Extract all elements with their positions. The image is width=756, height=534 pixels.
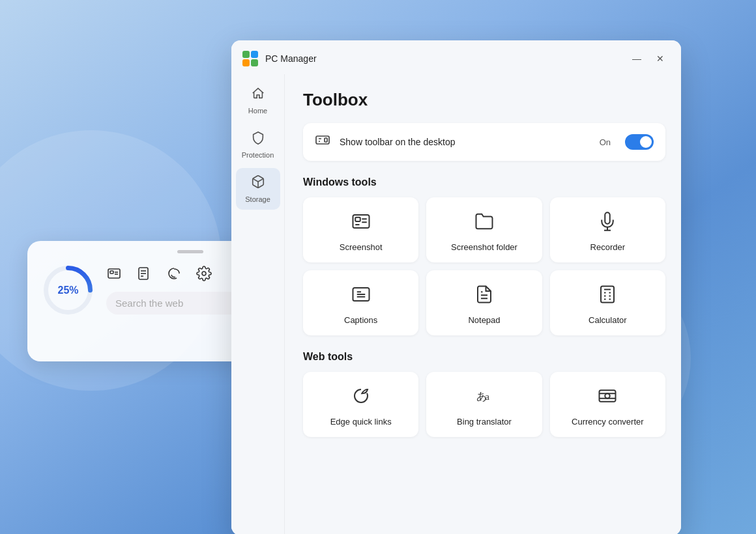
sidebar-storage-label: Storage <box>245 195 270 203</box>
web-tools-title: Web tools <box>303 351 665 363</box>
svg-rect-15 <box>242 59 250 66</box>
svg-rect-14 <box>251 51 258 58</box>
title-bar: PC Manager — ✕ <box>231 40 681 74</box>
calculator-label: Calculator <box>589 315 627 325</box>
storage-icon <box>251 175 265 192</box>
svg-rect-31 <box>601 287 614 303</box>
percent-label: 25% <box>57 285 78 296</box>
svg-rect-16 <box>251 59 258 66</box>
close-button[interactable]: ✕ <box>651 49 669 68</box>
toggle-on-label: On <box>600 137 611 147</box>
svg-rect-21 <box>355 218 360 221</box>
toolbar-toggle-switch[interactable] <box>625 134 654 150</box>
tool-recorder[interactable]: Recorder <box>550 197 665 262</box>
tool-edge-quick-links[interactable]: Edge quick links <box>303 372 418 437</box>
toggle-knob <box>640 136 652 148</box>
screenshot-folder-label: Screenshot folder <box>451 242 517 252</box>
window-controls: — ✕ <box>628 49 669 68</box>
currency-converter-label: Currency converter <box>572 417 644 427</box>
screenshot-folder-icon <box>474 212 494 236</box>
sidebar-home-label: Home <box>248 107 267 115</box>
bing-translator-label: Bing translator <box>457 417 512 427</box>
minimize-button[interactable]: — <box>628 49 646 68</box>
page-title: Toolbox <box>303 90 665 110</box>
edge-icon <box>351 386 371 410</box>
sidebar-protection-label: Protection <box>242 151 274 159</box>
memory-usage-circle: 25% <box>40 262 96 318</box>
svg-text:a: a <box>485 391 489 402</box>
windows-tools-title: Windows tools <box>303 176 665 188</box>
svg-rect-3 <box>110 271 113 274</box>
protection-icon <box>251 130 265 148</box>
notes-quick-icon[interactable] <box>136 266 152 285</box>
main-content: Toolbox Show toolbar on the desktop On W <box>285 74 681 534</box>
notepad-label: Notepad <box>468 315 500 325</box>
screenshot-label: Screenshot <box>340 242 383 252</box>
toolbar-toggle-label: Show toolbar on the desktop <box>340 137 590 147</box>
sidebar-item-storage[interactable]: Storage <box>236 168 280 210</box>
svg-rect-41 <box>600 390 616 402</box>
tool-bing-translator[interactable]: あ a Bing translator <box>426 372 542 437</box>
toolbar-toggle-icon <box>315 132 330 152</box>
screenshot-icon <box>351 212 371 236</box>
tool-screenshot-folder[interactable]: Screenshot folder <box>426 197 542 262</box>
captions-label: Captions <box>344 315 377 325</box>
tool-screenshot[interactable]: Screenshot <box>303 197 418 262</box>
tool-currency-converter[interactable]: Currency converter <box>550 372 665 437</box>
toolbar-toggle-row: Show toolbar on the desktop On <box>303 123 665 161</box>
translator-icon: あ a <box>474 386 494 410</box>
calculator-icon <box>598 285 617 309</box>
tool-captions[interactable]: Captions <box>303 270 418 335</box>
home-icon <box>251 86 265 104</box>
recorder-label: Recorder <box>590 242 625 252</box>
pc-manager-window: PC Manager — ✕ Home <box>231 40 681 534</box>
svg-point-42 <box>605 393 611 399</box>
app-logo <box>242 50 259 67</box>
svg-point-10 <box>202 272 206 275</box>
notepad-icon <box>474 285 494 309</box>
settings-quick-icon[interactable] <box>196 266 212 285</box>
tool-notepad[interactable]: Notepad <box>426 270 542 335</box>
sidebar: Home Protection Storage <box>231 74 285 534</box>
window-body: Home Protection Storage <box>231 74 681 534</box>
web-tools-grid: Edge quick links あ a Bing translator <box>303 372 665 437</box>
currency-icon <box>598 386 617 410</box>
svg-rect-19 <box>325 138 327 142</box>
svg-rect-13 <box>242 51 250 58</box>
windows-tools-grid: Screenshot Screenshot folder <box>303 197 665 335</box>
sidebar-item-home[interactable]: Home <box>236 79 280 121</box>
screenshot-quick-icon[interactable] <box>106 266 122 285</box>
recorder-icon <box>598 212 617 236</box>
window-title: PC Manager <box>265 53 628 64</box>
drag-handle[interactable] <box>177 250 203 253</box>
sidebar-item-protection[interactable]: Protection <box>236 124 280 165</box>
edge-quick-links-label: Edge quick links <box>330 417 392 427</box>
tool-calculator[interactable]: Calculator <box>550 270 665 335</box>
captions-icon <box>351 285 371 309</box>
edge-quick-icon[interactable] <box>166 266 182 285</box>
